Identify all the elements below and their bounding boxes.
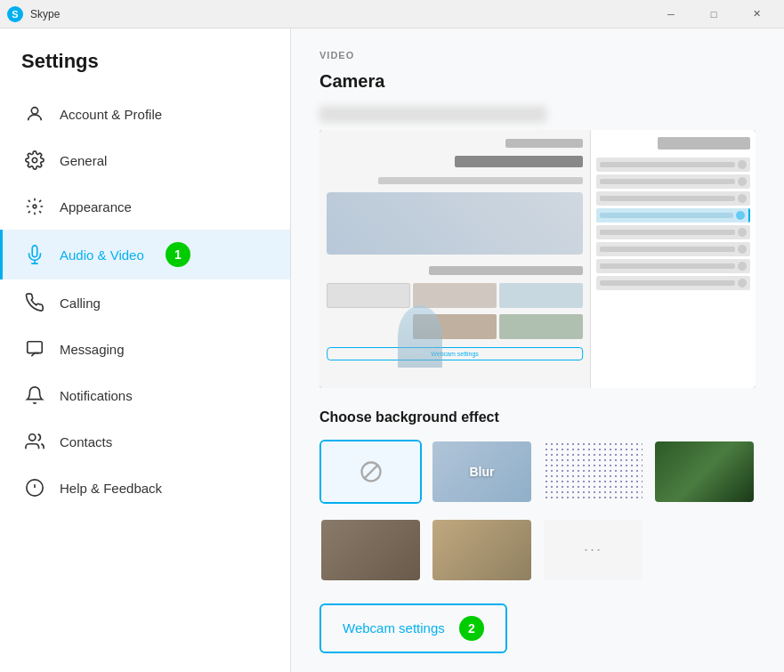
titlebar-title: Skype (30, 8, 60, 20)
main-container: Settings Account & Profile General (0, 28, 784, 672)
sidebar-item-label-messaging: Messaging (60, 342, 125, 357)
sidebar-item-label-contacts: Contacts (60, 434, 112, 449)
info-icon (24, 477, 45, 498)
skype-logo-icon: S (7, 6, 23, 22)
svg-point-1 (32, 158, 37, 163)
camera-preview: Webcam settings (319, 130, 756, 388)
sidebar-item-label-help: Help & Feedback (60, 481, 162, 496)
bg-effect-more[interactable]: ··· (542, 518, 644, 582)
bg-effects-title: Choose background effect (319, 409, 756, 425)
sidebar-item-label-audio-video: Audio & Video (60, 247, 144, 263)
webcam-settings-button[interactable]: Webcam settings 2 (319, 603, 507, 653)
sidebar-item-label-calling: Calling (60, 296, 101, 311)
sidebar-item-label-general: General (60, 153, 107, 168)
bg-effect-room[interactable] (431, 518, 533, 582)
svg-point-4 (29, 434, 36, 441)
settings-title: Settings (0, 43, 290, 91)
chat-icon (24, 338, 45, 360)
sidebar-item-label-account: Account & Profile (60, 107, 162, 122)
sidebar-item-messaging[interactable]: Messaging (0, 326, 290, 372)
maximize-button[interactable]: □ (693, 0, 734, 28)
content-area: VIDEO Camera ██████████████████████████ (291, 28, 784, 672)
bg-effects-grid-row1: Blur (319, 440, 756, 504)
sidebar-item-account[interactable]: Account & Profile (0, 91, 290, 137)
webcam-settings-label: Webcam settings (343, 620, 445, 636)
blur-label: Blur (470, 465, 495, 479)
close-button[interactable]: ✕ (736, 0, 777, 28)
svg-line-9 (363, 465, 377, 479)
bg-effect-none[interactable] (319, 440, 422, 504)
sidebar-item-appearance[interactable]: Appearance (0, 183, 290, 230)
sidebar-item-contacts[interactable]: Contacts (0, 418, 290, 465)
sidebar-item-help[interactable]: Help & Feedback (0, 465, 290, 511)
svg-point-0 (31, 108, 37, 114)
sidebar-item-label-appearance: Appearance (60, 199, 132, 215)
bell-icon (24, 385, 45, 406)
microphone-icon (24, 244, 45, 265)
bg-effect-office[interactable] (319, 518, 422, 582)
section-label: VIDEO (319, 50, 756, 61)
camera-section-title: Camera (319, 71, 756, 92)
step1-badge: 1 (166, 242, 190, 267)
contacts-icon (24, 431, 45, 452)
bg-effects-grid-row2: ··· (319, 518, 756, 582)
minimize-button[interactable]: ─ (651, 0, 691, 28)
bg-effect-nature[interactable] (653, 440, 756, 504)
gear-icon (24, 150, 45, 171)
step2-badge: 2 (459, 616, 484, 641)
sidebar-item-general[interactable]: General (0, 137, 290, 183)
sidebar-item-calling[interactable]: Calling (0, 279, 290, 326)
sidebar-item-label-notifications: Notifications (60, 388, 133, 403)
phone-icon (24, 292, 45, 313)
sidebar: Settings Account & Profile General (0, 28, 291, 672)
bg-effect-blur[interactable]: Blur (431, 440, 533, 504)
camera-device-name: ██████████████████████████ (319, 106, 546, 123)
more-dots-icon: ··· (584, 540, 602, 559)
titlebar-left: S Skype (7, 6, 60, 22)
appearance-icon (24, 196, 45, 217)
sidebar-item-audio-video[interactable]: Audio & Video 1 (0, 230, 290, 279)
svg-point-2 (33, 205, 36, 208)
account-icon (24, 103, 45, 125)
titlebar: S Skype ─ □ ✕ (0, 0, 784, 28)
titlebar-controls: ─ □ ✕ (651, 0, 777, 28)
bg-effect-pattern[interactable] (542, 440, 644, 504)
svg-rect-3 (28, 342, 43, 353)
sidebar-item-notifications[interactable]: Notifications (0, 372, 290, 418)
